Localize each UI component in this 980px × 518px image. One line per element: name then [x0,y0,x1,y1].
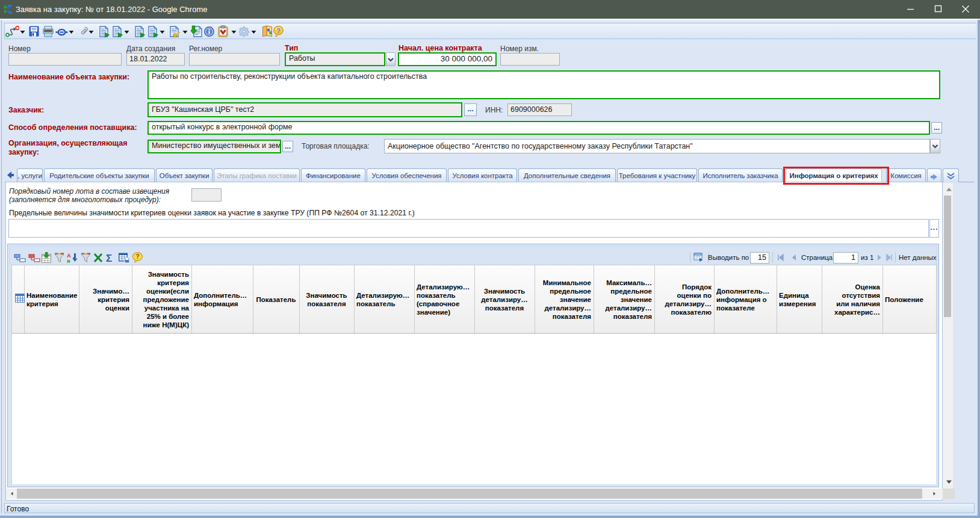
svg-text:?: ? [135,253,139,260]
svg-text:?: ? [276,27,281,34]
svg-text:я: я [67,257,70,264]
svg-text:Σ: Σ [106,253,112,264]
